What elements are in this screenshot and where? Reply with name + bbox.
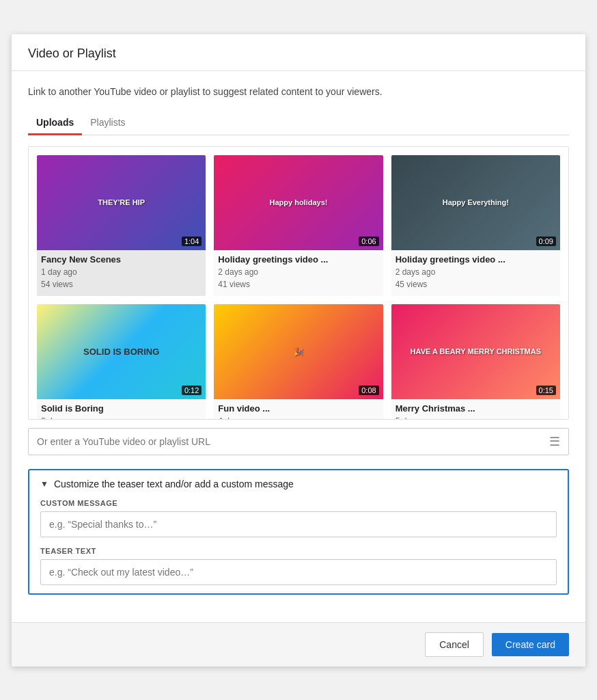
video-info: Fancy New Scenes1 day ago54 views (37, 250, 206, 296)
video-card[interactable]: Happy Everything!0:09Holiday greetings v… (391, 155, 560, 296)
videos-grid: THEY'RE HIP1:04Fancy New Scenes1 day ago… (28, 146, 569, 420)
custom-message-label: CUSTOM MESSAGE (40, 499, 557, 507)
teaser-text-group: TEASER TEXT (40, 547, 557, 585)
video-duration: 1:04 (182, 237, 202, 246)
customize-header[interactable]: ▼ Customize the teaser text and/or add a… (40, 479, 557, 489)
teaser-text-label: TEASER TEXT (40, 547, 557, 555)
dialog-body: Link to another YouTube video or playlis… (12, 71, 585, 622)
tabs: Uploads Playlists (28, 111, 569, 135)
dialog-footer: Cancel Create card (12, 622, 585, 667)
customize-section: ▼ Customize the teaser text and/or add a… (28, 469, 569, 595)
video-duration: 0:06 (359, 237, 378, 246)
video-thumbnail: Happy holidays!0:06 (214, 155, 383, 250)
video-duration: 0:12 (182, 386, 202, 395)
video-card[interactable]: THEY'RE HIP1:04Fancy New Scenes1 day ago… (37, 155, 206, 296)
video-card[interactable]: SOLID IS BORING0:12Solid is Boring3 days… (37, 304, 206, 420)
video-card[interactable]: HAVE A BEARY MERRY CHRISTMAS0:15Merry Ch… (391, 304, 560, 420)
cancel-button[interactable]: Cancel (425, 632, 484, 657)
tab-uploads[interactable]: Uploads (28, 111, 82, 135)
video-info: Merry Christmas ...5 days ago31 views (391, 399, 560, 420)
description: Link to another YouTube video or playlis… (28, 85, 569, 99)
playlist-icon[interactable]: ☰ (549, 434, 560, 449)
video-thumbnail: 🎉0:08 (214, 304, 383, 399)
tab-playlists[interactable]: Playlists (82, 111, 133, 135)
custom-message-group: CUSTOM MESSAGE (40, 499, 557, 537)
arrow-icon: ▼ (40, 479, 48, 489)
video-title: Fancy New Scenes (41, 254, 202, 265)
video-duration: 0:08 (359, 386, 378, 395)
dialog-header: Video or Playlist (12, 34, 585, 71)
video-thumbnail: THEY'RE HIP1:04 (37, 155, 206, 250)
video-meta: 2 days ago45 views (395, 266, 556, 291)
video-title: Holiday greetings video ... (395, 254, 556, 265)
teaser-text-input[interactable] (40, 559, 557, 585)
video-title: Solid is Boring (41, 403, 202, 414)
video-info: Fun video ...4 days ago18 views (214, 399, 383, 420)
video-card[interactable]: 🎉0:08Fun video ...4 days ago18 views (214, 304, 383, 420)
video-title: Fun video ... (218, 403, 378, 414)
video-thumbnail: Happy Everything!0:09 (391, 155, 560, 250)
video-card[interactable]: Happy holidays!0:06Holiday greetings vid… (214, 155, 383, 296)
video-duration: 0:09 (536, 237, 556, 246)
video-meta: 5 days ago31 views (395, 415, 556, 420)
video-meta: 4 days ago18 views (218, 415, 378, 420)
url-input[interactable] (37, 436, 549, 447)
video-thumbnail: HAVE A BEARY MERRY CHRISTMAS0:15 (391, 304, 560, 399)
video-info: Holiday greetings video ...2 days ago45 … (391, 250, 560, 296)
video-meta: 3 days ago22 views (41, 415, 202, 420)
video-info: Holiday greetings video ...2 days ago41 … (214, 250, 383, 296)
video-title: Holiday greetings video ... (218, 254, 378, 265)
url-input-row: ☰ (28, 428, 569, 455)
dialog-title: Video or Playlist (28, 46, 569, 61)
video-title: Merry Christmas ... (395, 403, 556, 414)
video-meta: 1 day ago54 views (41, 266, 202, 291)
customize-label: Customize the teaser text and/or add a c… (54, 479, 294, 489)
create-card-button[interactable]: Create card (492, 633, 569, 656)
dialog: Video or Playlist Link to another YouTub… (12, 34, 585, 667)
video-info: Solid is Boring3 days ago22 views (37, 399, 206, 420)
video-thumbnail: SOLID IS BORING0:12 (37, 304, 206, 399)
video-meta: 2 days ago41 views (218, 266, 378, 291)
custom-message-input[interactable] (40, 511, 557, 537)
video-duration: 0:15 (536, 386, 556, 395)
